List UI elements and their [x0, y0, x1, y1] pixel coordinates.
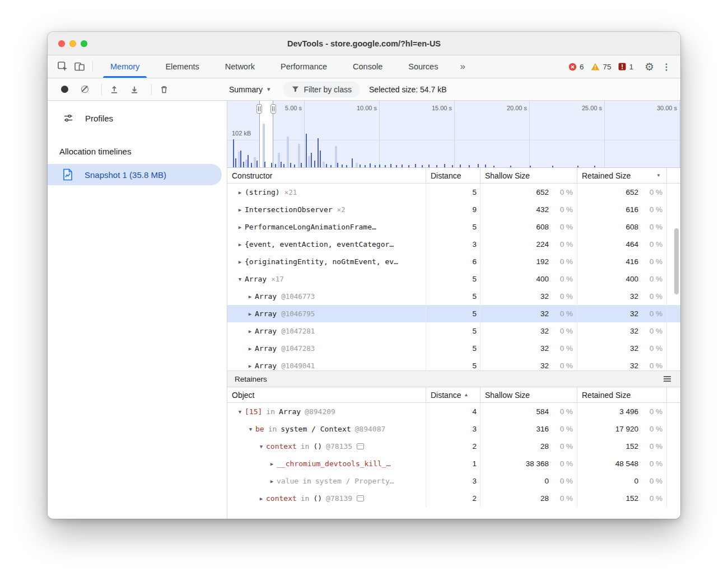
column-distance[interactable]: Distance — [426, 168, 480, 183]
expand-arrow-icon[interactable]: ▶ — [245, 294, 255, 299]
constructor-row[interactable]: ▶Array@10472835320 %320 % — [227, 340, 680, 357]
expand-arrow-icon[interactable]: ▶ — [235, 224, 245, 230]
constructor-row[interactable]: ▶Array@10490415320 %320 % — [227, 357, 680, 370]
expand-arrow-icon[interactable]: ▶ — [245, 346, 255, 351]
constructor-row[interactable]: ▶(string)×2156520 %6520 % — [227, 184, 680, 201]
constructor-name: Array — [245, 275, 267, 283]
save-profile-button[interactable] — [127, 82, 142, 97]
titlebar[interactable]: DevTools - store.google.com/?hl=en-US — [48, 32, 680, 55]
perspective-select[interactable]: Summary ▾ — [226, 83, 273, 96]
retainer-row[interactable]: ▶contextin()@781392280 %1520 % — [227, 490, 680, 507]
retainer-row[interactable]: ▼beinsystem / Context@89408733160 %17 92… — [227, 420, 680, 438]
shallow-size-cell: 320 % — [480, 340, 577, 357]
retainer-name-part: system / Property… — [315, 477, 394, 485]
expand-arrow-icon[interactable]: ▶ — [235, 242, 245, 247]
minimize-window-button[interactable] — [69, 40, 76, 47]
retainer-row[interactable]: ▼[15]inArray@89420945840 %3 4960 % — [227, 403, 680, 420]
timeline-bar — [379, 165, 380, 167]
clear-profiles-button[interactable] — [77, 82, 92, 97]
column-retainers-distance[interactable]: Distance ▲ — [426, 387, 480, 402]
column-retainers-retained[interactable]: Retained Size — [577, 387, 667, 402]
retainer-row[interactable]: ▼contextin()@781352280 %1520 % — [227, 438, 680, 455]
column-constructor[interactable]: Constructor — [227, 168, 426, 183]
error-badge[interactable]: 6 — [568, 63, 584, 71]
inspect-element-icon[interactable] — [54, 58, 71, 75]
perspective-select-value: Summary — [229, 85, 263, 94]
tab-console[interactable]: Console — [340, 55, 395, 78]
constructor-row[interactable]: ▶{originatingEntity, noGtmEvent, ev…6192… — [227, 253, 680, 270]
reveal-icon[interactable] — [357, 443, 364, 449]
timeline-bar — [243, 162, 244, 167]
column-shallow-size[interactable]: Shallow Size — [480, 168, 577, 183]
retained-size-cell: 320 % — [577, 288, 667, 305]
tabbar-divider — [92, 61, 93, 72]
retained-size-cell: 320 % — [577, 340, 667, 357]
retained-size-value: 48 548 — [577, 459, 638, 468]
profiles-header[interactable]: Profiles — [48, 109, 227, 128]
record-heap-button[interactable] — [57, 82, 72, 97]
constructor-row[interactable]: ▶PerformanceLongAnimationFrame…56080 %60… — [227, 218, 680, 236]
timeline-bar — [264, 162, 265, 167]
column-object[interactable]: Object — [227, 387, 426, 402]
timeline-bar — [294, 165, 295, 167]
load-profile-button[interactable] — [106, 82, 122, 97]
shallow-size-percent: 0 % — [549, 407, 577, 416]
column-retained-size[interactable]: Retained Size ▼ — [577, 168, 667, 183]
settings-gear-icon[interactable]: ⚙ — [641, 60, 658, 73]
collapse-arrow-icon[interactable]: ▼ — [235, 276, 245, 282]
tab-performance[interactable]: Performance — [268, 55, 340, 78]
collapse-arrow-icon[interactable]: ▼ — [235, 409, 245, 415]
toolbar-divider-2 — [151, 84, 152, 95]
collapse-arrow-icon[interactable]: ▼ — [256, 444, 266, 449]
close-window-button[interactable] — [58, 40, 65, 47]
tab-sources[interactable]: Sources — [395, 55, 451, 78]
constructor-row[interactable]: ▶{event, eventAction, eventCategor…32240… — [227, 236, 680, 253]
constructor-name-cell: ▶PerformanceLongAnimationFrame… — [227, 218, 426, 236]
expand-arrow-icon[interactable]: ▶ — [267, 479, 277, 484]
expand-arrow-icon[interactable]: ▶ — [245, 363, 255, 369]
expand-arrow-icon[interactable]: ▶ — [245, 311, 255, 317]
hamburger-menu-icon[interactable] — [661, 374, 673, 384]
tab-memory[interactable]: Memory — [97, 55, 152, 78]
issue-badge[interactable]: 1 — [618, 63, 633, 71]
retained-size-cell: 4160 % — [577, 253, 667, 270]
timeline-bar — [308, 156, 310, 167]
allocation-timeline-overview[interactable]: 102 kB 5.00 s10.00 s15.00 s20.00 s25.00 … — [227, 101, 680, 168]
constructor-name: {originatingEntity, noGtmEvent, ev… — [245, 257, 398, 266]
constructor-name: Array — [255, 362, 277, 370]
expand-arrow-icon[interactable]: ▶ — [235, 190, 245, 195]
row-gutter — [667, 472, 680, 490]
distance-cell: 2 — [426, 490, 480, 507]
shallow-size-percent: 0 % — [549, 327, 577, 335]
warning-badge[interactable]: 75 — [591, 63, 611, 71]
tab-network[interactable]: Network — [212, 55, 268, 78]
constructor-row[interactable]: ▶Array@10467955320 %320 % — [227, 305, 680, 322]
expand-arrow-icon[interactable]: ▶ — [235, 207, 245, 213]
retainer-row[interactable]: ▶__chromium_devtools_kill_…138 3680 %48 … — [227, 455, 680, 472]
scrollbar-thumb[interactable] — [674, 228, 679, 294]
device-toolbar-icon[interactable] — [71, 58, 88, 75]
constructor-row[interactable]: ▶IntersectionObserver×294320 %6160 % — [227, 201, 680, 218]
expand-arrow-icon[interactable]: ▶ — [235, 259, 245, 265]
expand-arrow-icon[interactable]: ▶ — [267, 461, 277, 467]
constructor-row[interactable]: ▼Array×1754000 %4000 % — [227, 270, 680, 288]
collect-garbage-button[interactable] — [156, 82, 172, 97]
maximize-window-button[interactable] — [81, 40, 87, 47]
shallow-size-value: 32 — [480, 327, 549, 335]
collapse-arrow-icon[interactable]: ▼ — [246, 426, 255, 432]
retainer-name-part: in — [301, 442, 310, 451]
column-retainers-shallow[interactable]: Shallow Size — [480, 387, 577, 402]
constructor-row[interactable]: ▶Array@10472815320 %320 % — [227, 322, 680, 340]
retainer-row[interactable]: ▶valueinsystem / Property…300 %00 % — [227, 472, 680, 490]
expand-arrow-icon[interactable]: ▶ — [245, 329, 255, 334]
reveal-icon[interactable] — [357, 495, 364, 501]
tab-elements[interactable]: Elements — [152, 55, 212, 78]
constructor-row[interactable]: ▶Array@10467735320 %320 % — [227, 288, 680, 305]
selection-handle-left[interactable] — [256, 104, 262, 114]
selection-handle-right[interactable] — [270, 104, 276, 114]
class-filter-input[interactable]: Filter by class — [283, 81, 360, 97]
kebab-menu-icon[interactable]: ⋮ — [658, 62, 675, 72]
snapshot-list-item[interactable]: Snapshot 1 (35.8 MB) — [48, 164, 222, 185]
expand-arrow-icon[interactable]: ▶ — [256, 496, 266, 501]
more-tabs-icon[interactable]: » — [456, 61, 468, 72]
